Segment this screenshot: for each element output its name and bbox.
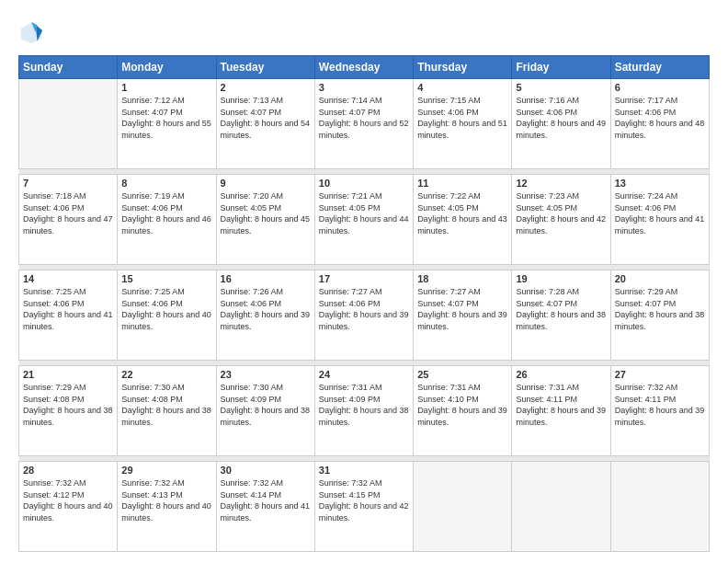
- day-cell: 22Sunrise: 7:30 AMSunset: 4:08 PMDayligh…: [118, 365, 216, 455]
- week-row-3: 21Sunrise: 7:29 AMSunset: 4:08 PMDayligh…: [19, 365, 710, 455]
- day-cell: [512, 461, 610, 551]
- day-cell: 24Sunrise: 7:31 AMSunset: 4:09 PMDayligh…: [314, 365, 413, 455]
- day-info: Sunrise: 7:30 AMSunset: 4:09 PMDaylight:…: [221, 382, 311, 428]
- header-row: SundayMondayTuesdayWednesdayThursdayFrid…: [19, 56, 710, 79]
- day-info: Sunrise: 7:24 AMSunset: 4:06 PMDaylight:…: [615, 190, 705, 236]
- week-row-4: 28Sunrise: 7:32 AMSunset: 4:12 PMDayligh…: [19, 461, 710, 551]
- header: [18, 17, 710, 46]
- day-info: Sunrise: 7:13 AMSunset: 4:07 PMDaylight:…: [221, 95, 311, 141]
- day-number: 21: [23, 369, 113, 380]
- day-cell: 5Sunrise: 7:16 AMSunset: 4:06 PMDaylight…: [512, 79, 610, 169]
- day-info: Sunrise: 7:25 AMSunset: 4:06 PMDaylight:…: [23, 286, 113, 332]
- day-number: 5: [516, 82, 606, 93]
- day-info: Sunrise: 7:16 AMSunset: 4:06 PMDaylight:…: [516, 95, 606, 141]
- day-cell: 25Sunrise: 7:31 AMSunset: 4:10 PMDayligh…: [414, 365, 512, 455]
- col-header-monday: Monday: [118, 56, 216, 79]
- day-cell: 9Sunrise: 7:20 AMSunset: 4:05 PMDaylight…: [216, 174, 314, 264]
- day-number: 11: [417, 178, 507, 189]
- day-cell: 19Sunrise: 7:28 AMSunset: 4:07 PMDayligh…: [512, 270, 610, 360]
- day-info: Sunrise: 7:22 AMSunset: 4:05 PMDaylight:…: [417, 190, 507, 236]
- day-info: Sunrise: 7:32 AMSunset: 4:13 PMDaylight:…: [121, 477, 211, 523]
- day-number: 22: [121, 369, 211, 380]
- day-info: Sunrise: 7:32 AMSunset: 4:11 PMDaylight:…: [615, 382, 705, 428]
- day-number: 23: [221, 369, 311, 380]
- week-row-2: 14Sunrise: 7:25 AMSunset: 4:06 PMDayligh…: [19, 270, 710, 360]
- logo: [18, 20, 48, 46]
- day-number: 7: [23, 178, 113, 189]
- day-cell: 13Sunrise: 7:24 AMSunset: 4:06 PMDayligh…: [610, 174, 709, 264]
- day-info: Sunrise: 7:29 AMSunset: 4:08 PMDaylight:…: [23, 382, 113, 428]
- day-cell: 10Sunrise: 7:21 AMSunset: 4:05 PMDayligh…: [314, 174, 413, 264]
- day-info: Sunrise: 7:20 AMSunset: 4:05 PMDaylight:…: [221, 190, 311, 236]
- day-cell: 15Sunrise: 7:25 AMSunset: 4:06 PMDayligh…: [118, 270, 216, 360]
- week-row-0: 1Sunrise: 7:12 AMSunset: 4:07 PMDaylight…: [19, 79, 710, 169]
- day-cell: 2Sunrise: 7:13 AMSunset: 4:07 PMDaylight…: [216, 79, 314, 169]
- day-cell: 7Sunrise: 7:18 AMSunset: 4:06 PMDaylight…: [19, 174, 118, 264]
- day-number: 2: [221, 82, 311, 93]
- col-header-wednesday: Wednesday: [314, 56, 413, 79]
- day-info: Sunrise: 7:27 AMSunset: 4:07 PMDaylight:…: [417, 286, 507, 332]
- day-info: Sunrise: 7:12 AMSunset: 4:07 PMDaylight:…: [121, 95, 211, 141]
- day-info: Sunrise: 7:30 AMSunset: 4:08 PMDaylight:…: [121, 382, 211, 428]
- day-cell: [610, 461, 709, 551]
- day-cell: 21Sunrise: 7:29 AMSunset: 4:08 PMDayligh…: [19, 365, 118, 455]
- day-cell: 14Sunrise: 7:25 AMSunset: 4:06 PMDayligh…: [19, 270, 118, 360]
- day-cell: 29Sunrise: 7:32 AMSunset: 4:13 PMDayligh…: [118, 461, 216, 551]
- day-cell: 1Sunrise: 7:12 AMSunset: 4:07 PMDaylight…: [118, 79, 216, 169]
- day-number: 19: [516, 273, 606, 284]
- day-info: Sunrise: 7:18 AMSunset: 4:06 PMDaylight:…: [23, 190, 113, 236]
- day-cell: 26Sunrise: 7:31 AMSunset: 4:11 PMDayligh…: [512, 365, 610, 455]
- week-row-1: 7Sunrise: 7:18 AMSunset: 4:06 PMDaylight…: [19, 174, 710, 264]
- col-header-thursday: Thursday: [414, 56, 512, 79]
- col-header-saturday: Saturday: [610, 56, 709, 79]
- day-info: Sunrise: 7:29 AMSunset: 4:07 PMDaylight:…: [615, 286, 705, 332]
- day-info: Sunrise: 7:17 AMSunset: 4:06 PMDaylight:…: [615, 95, 705, 141]
- day-number: 31: [319, 465, 409, 476]
- day-number: 20: [615, 273, 705, 284]
- day-number: 17: [319, 273, 409, 284]
- day-number: 10: [319, 178, 409, 189]
- day-cell: 20Sunrise: 7:29 AMSunset: 4:07 PMDayligh…: [610, 270, 709, 360]
- day-number: 30: [221, 465, 311, 476]
- day-info: Sunrise: 7:31 AMSunset: 4:11 PMDaylight:…: [516, 382, 606, 428]
- logo-icon: [18, 20, 44, 46]
- day-cell: 11Sunrise: 7:22 AMSunset: 4:05 PMDayligh…: [414, 174, 512, 264]
- day-info: Sunrise: 7:21 AMSunset: 4:05 PMDaylight:…: [319, 190, 409, 236]
- day-cell: 3Sunrise: 7:14 AMSunset: 4:07 PMDaylight…: [314, 79, 413, 169]
- day-cell: 31Sunrise: 7:32 AMSunset: 4:15 PMDayligh…: [314, 461, 413, 551]
- day-number: 27: [615, 369, 705, 380]
- day-cell: 4Sunrise: 7:15 AMSunset: 4:06 PMDaylight…: [414, 79, 512, 169]
- day-number: 12: [516, 178, 606, 189]
- day-number: 8: [121, 178, 211, 189]
- day-cell: 6Sunrise: 7:17 AMSunset: 4:06 PMDaylight…: [610, 79, 709, 169]
- day-info: Sunrise: 7:32 AMSunset: 4:12 PMDaylight:…: [23, 477, 113, 523]
- day-cell: [19, 79, 118, 169]
- day-info: Sunrise: 7:15 AMSunset: 4:06 PMDaylight:…: [417, 95, 507, 141]
- day-number: 13: [615, 178, 705, 189]
- day-info: Sunrise: 7:32 AMSunset: 4:15 PMDaylight:…: [319, 477, 409, 523]
- day-cell: 18Sunrise: 7:27 AMSunset: 4:07 PMDayligh…: [414, 270, 512, 360]
- day-cell: [414, 461, 512, 551]
- day-number: 6: [615, 82, 705, 93]
- day-info: Sunrise: 7:19 AMSunset: 4:06 PMDaylight:…: [121, 190, 211, 236]
- day-cell: 23Sunrise: 7:30 AMSunset: 4:09 PMDayligh…: [216, 365, 314, 455]
- day-number: 4: [417, 82, 507, 93]
- day-cell: 28Sunrise: 7:32 AMSunset: 4:12 PMDayligh…: [19, 461, 118, 551]
- day-cell: 8Sunrise: 7:19 AMSunset: 4:06 PMDaylight…: [118, 174, 216, 264]
- day-number: 29: [121, 465, 211, 476]
- day-number: 26: [516, 369, 606, 380]
- day-number: 1: [121, 82, 211, 93]
- day-info: Sunrise: 7:28 AMSunset: 4:07 PMDaylight:…: [516, 286, 606, 332]
- day-number: 18: [417, 273, 507, 284]
- day-number: 25: [417, 369, 507, 380]
- day-cell: 16Sunrise: 7:26 AMSunset: 4:06 PMDayligh…: [216, 270, 314, 360]
- day-cell: 27Sunrise: 7:32 AMSunset: 4:11 PMDayligh…: [610, 365, 709, 455]
- calendar-page: SundayMondayTuesdayWednesdayThursdayFrid…: [0, 0, 728, 563]
- day-info: Sunrise: 7:23 AMSunset: 4:05 PMDaylight:…: [516, 190, 606, 236]
- col-header-friday: Friday: [512, 56, 610, 79]
- calendar-table: SundayMondayTuesdayWednesdayThursdayFrid…: [18, 55, 710, 552]
- day-info: Sunrise: 7:31 AMSunset: 4:09 PMDaylight:…: [319, 382, 409, 428]
- col-header-tuesday: Tuesday: [216, 56, 314, 79]
- day-info: Sunrise: 7:32 AMSunset: 4:14 PMDaylight:…: [221, 477, 311, 523]
- day-info: Sunrise: 7:26 AMSunset: 4:06 PMDaylight:…: [221, 286, 311, 332]
